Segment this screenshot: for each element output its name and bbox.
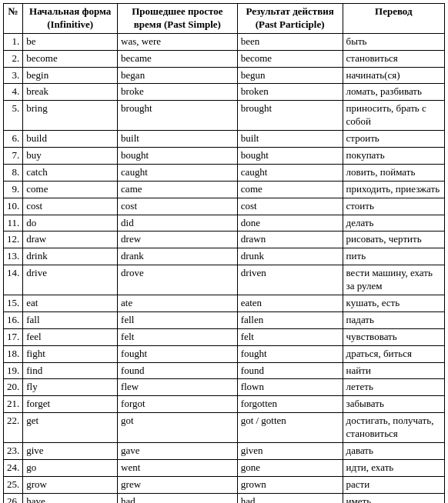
cell-number: 1.	[4, 33, 23, 50]
cell-past-participle: cost	[237, 198, 343, 215]
cell-past-participle: eaten	[237, 295, 343, 312]
table-row: 14.drivedrovedrivenвести машину, ехать з…	[4, 265, 445, 295]
cell-past-participle: bought	[237, 148, 343, 165]
table-row: 22.getgotgot / gottenдостигать, получать…	[4, 413, 445, 443]
col-number: №	[4, 4, 23, 34]
cell-past-simple: fell	[118, 311, 238, 328]
table-row: 13.drinkdrankdrunkпить	[4, 248, 445, 265]
cell-number: 17.	[4, 328, 23, 345]
cell-number: 7.	[4, 148, 23, 165]
cell-infinitive: build	[23, 131, 118, 148]
cell-infinitive: grow	[23, 476, 118, 493]
cell-past-participle: driven	[237, 265, 343, 295]
table-row: 16.fallfellfallenпадать	[4, 311, 445, 328]
cell-infinitive: catch	[23, 164, 118, 181]
cell-past-participle: broken	[237, 84, 343, 101]
cell-past-simple: fought	[118, 345, 238, 362]
cell-infinitive: fly	[23, 379, 118, 396]
cell-number: 3.	[4, 67, 23, 84]
cell-translation: делать	[343, 215, 444, 232]
cell-infinitive: fight	[23, 345, 118, 362]
table-row: 1.bewas, werebeenбыть	[4, 33, 445, 50]
table-row: 20.flyflewflownлететь	[4, 379, 445, 396]
table-row: 15.eatateeatenкушать, есть	[4, 295, 445, 312]
cell-past-participle: gone	[237, 459, 343, 476]
cell-infinitive: break	[23, 84, 118, 101]
cell-past-participle: forgotten	[237, 396, 343, 413]
cell-number: 11.	[4, 215, 23, 232]
cell-translation: иметь	[343, 493, 444, 503]
table-row: 24.gowentgoneидти, ехать	[4, 459, 445, 476]
cell-translation: давать	[343, 443, 444, 460]
cell-translation: приносить, брать с собой	[343, 101, 444, 131]
cell-number: 21.	[4, 396, 23, 413]
table-row: 21.forgetforgotforgottenзабывать	[4, 396, 445, 413]
cell-translation: быть	[343, 33, 444, 50]
cell-infinitive: become	[23, 50, 118, 67]
cell-past-simple: had	[118, 493, 238, 503]
col-past-participle: Результат действия (Past Participle)	[237, 4, 343, 34]
table-row: 2.becomebecamebecomeстановиться	[4, 50, 445, 67]
cell-past-simple: did	[118, 215, 238, 232]
table-row: 7.buyboughtboughtпокупать	[4, 148, 445, 165]
cell-past-simple: found	[118, 362, 238, 379]
cell-translation: вести машину, ехать за рулем	[343, 265, 444, 295]
cell-translation: расти	[343, 476, 444, 493]
cell-number: 4.	[4, 84, 23, 101]
cell-past-participle: come	[237, 181, 343, 198]
table-row: 19.findfoundfoundнайти	[4, 362, 445, 379]
cell-infinitive: get	[23, 413, 118, 443]
table-row: 17.feelfeltfeltчувствовать	[4, 328, 445, 345]
cell-translation: становиться	[343, 50, 444, 67]
cell-infinitive: buy	[23, 148, 118, 165]
cell-number: 13.	[4, 248, 23, 265]
cell-past-simple: cost	[118, 198, 238, 215]
cell-past-participle: begun	[237, 67, 343, 84]
cell-past-simple: flew	[118, 379, 238, 396]
cell-translation: начинать(ся)	[343, 67, 444, 84]
cell-past-participle: felt	[237, 328, 343, 345]
cell-infinitive: draw	[23, 232, 118, 248]
cell-past-simple: broke	[118, 84, 238, 101]
irregular-verbs-table: № Начальная форма (Infinitive) Прошедшее…	[3, 3, 445, 503]
cell-past-simple: got	[118, 413, 238, 443]
cell-number: 19.	[4, 362, 23, 379]
cell-translation: рисовать, чертить	[343, 232, 444, 248]
cell-past-participle: flown	[237, 379, 343, 396]
cell-past-participle: drunk	[237, 248, 343, 265]
table-row: 26.havehadhadиметь	[4, 493, 445, 503]
table-row: 11.dodiddoneделать	[4, 215, 445, 232]
cell-past-participle: caught	[237, 164, 343, 181]
cell-number: 14.	[4, 265, 23, 295]
cell-infinitive: forget	[23, 396, 118, 413]
cell-past-simple: gave	[118, 443, 238, 460]
cell-translation: найти	[343, 362, 444, 379]
cell-infinitive: be	[23, 33, 118, 50]
cell-number: 12.	[4, 232, 23, 248]
cell-past-participle: been	[237, 33, 343, 50]
cell-translation: падать	[343, 311, 444, 328]
cell-number: 5.	[4, 101, 23, 131]
cell-number: 6.	[4, 131, 23, 148]
table-row: 4.breakbrokebrokenломать, разбивать	[4, 84, 445, 101]
cell-number: 15.	[4, 295, 23, 312]
cell-number: 23.	[4, 443, 23, 460]
cell-infinitive: have	[23, 493, 118, 503]
cell-infinitive: cost	[23, 198, 118, 215]
cell-infinitive: go	[23, 459, 118, 476]
cell-number: 2.	[4, 50, 23, 67]
cell-number: 20.	[4, 379, 23, 396]
table-row: 23.givegavegivenдавать	[4, 443, 445, 460]
cell-past-simple: brought	[118, 101, 238, 131]
cell-translation: стоить	[343, 198, 444, 215]
cell-translation: пить	[343, 248, 444, 265]
cell-past-simple: bought	[118, 148, 238, 165]
table-row: 10.costcostcostстоить	[4, 198, 445, 215]
cell-past-simple: began	[118, 67, 238, 84]
cell-infinitive: bring	[23, 101, 118, 131]
cell-past-participle: done	[237, 215, 343, 232]
cell-translation: идти, ехать	[343, 459, 444, 476]
cell-past-simple: felt	[118, 328, 238, 345]
cell-past-participle: brought	[237, 101, 343, 131]
cell-translation: чувствовать	[343, 328, 444, 345]
